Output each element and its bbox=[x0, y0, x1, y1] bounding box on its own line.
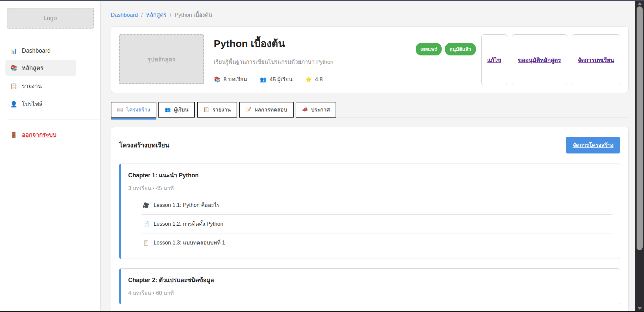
tab-students-label: ผู้เรียน bbox=[174, 105, 189, 114]
app-layout: Logo 📊 Dashboard 📚 หลักสูตร 📋 รายงาน 👤 โ… bbox=[0, 1, 644, 311]
logo-label: Logo bbox=[43, 15, 57, 22]
sidebar-item-label: Dashboard bbox=[22, 47, 51, 54]
course-image-placeholder: รูปหลักสูตร bbox=[119, 34, 204, 84]
manage-structure-button[interactable]: จัดการโครงสร้าง bbox=[566, 137, 620, 153]
breadcrumb-link-dashboard[interactable]: Dashboard bbox=[111, 12, 138, 18]
clipboard-icon: 📋 bbox=[203, 107, 209, 113]
books-icon: 📚 bbox=[10, 64, 17, 72]
status-badge-approved: อนุมัติแล้ว bbox=[445, 43, 476, 55]
tab-reports[interactable]: 📋 รายงาน bbox=[197, 102, 237, 118]
structure-heading: โครงสร้างบทเรียน bbox=[119, 140, 169, 150]
tab-test-results-label: ผลการทดสอบ bbox=[255, 105, 287, 114]
course-tab-bar: 📖 โครงสร้าง 👥 ผู้เรียน 📋 รายงาน 📝 ผลการท… bbox=[111, 102, 629, 118]
bar-chart-icon: 📊 bbox=[10, 47, 17, 54]
sidebar-divider bbox=[7, 120, 100, 120]
door-icon: 🚪 bbox=[10, 131, 17, 138]
clipboard-icon: 📋 bbox=[143, 240, 149, 246]
edit-course-link[interactable]: แก้ไข bbox=[487, 55, 501, 64]
breadcrumb-separator: / bbox=[170, 12, 171, 18]
lesson-title: Lesson 1.2: การติดตั้ง Python bbox=[154, 220, 224, 228]
tab-reports-label: รายงาน bbox=[212, 105, 231, 114]
course-info: Python เบื้องต้น เรียนรู้พื้นฐานการเขียน… bbox=[204, 34, 416, 84]
course-header-card: รูปหลักสูตร Python เบื้องต้น เรียนรู้พื้… bbox=[111, 27, 629, 93]
people-icon: 👥 bbox=[165, 107, 171, 113]
scrollbar-thumb[interactable] bbox=[637, 6, 643, 250]
breadcrumb-separator: / bbox=[141, 12, 143, 18]
memo-icon: 📝 bbox=[246, 107, 252, 113]
breadcrumb: Dashboard / หลักสูตร / Python เบื้องต้น bbox=[111, 10, 629, 19]
logout-label: ออกจากระบบ bbox=[22, 130, 56, 139]
movie-camera-icon: 🎥 bbox=[143, 202, 149, 208]
request-approval-button[interactable]: ขออนุมัติหลักสูตร bbox=[512, 34, 567, 85]
document-icon: 📄 bbox=[143, 221, 149, 227]
tab-structure-label: โครงสร้าง bbox=[126, 105, 150, 114]
edit-course-button[interactable]: แก้ไข bbox=[481, 34, 507, 85]
person-icon: 👤 bbox=[10, 101, 17, 108]
logo-placeholder: Logo bbox=[7, 8, 94, 29]
stat-rating: ⭐ 4.8 bbox=[305, 76, 323, 83]
open-book-icon: 📖 bbox=[117, 107, 123, 113]
stat-students-value: 45 ผู้เรียน bbox=[270, 75, 293, 84]
breadcrumb-current: Python เบื้องต้น bbox=[175, 10, 212, 19]
chapter-meta: 4 บทเรียน • 60 นาที bbox=[128, 289, 612, 297]
status-badge-published: เผยแพร่ bbox=[416, 43, 442, 55]
sidebar: Logo 📊 Dashboard 📚 หลักสูตร 📋 รายงาน 👤 โ… bbox=[0, 1, 101, 311]
scrollbar[interactable] bbox=[635, 1, 644, 311]
scrollbar-down-arrow-icon[interactable] bbox=[638, 307, 642, 310]
scrollbar-up-arrow-icon[interactable] bbox=[638, 2, 642, 5]
tab-structure[interactable]: 📖 โครงสร้าง bbox=[111, 102, 156, 118]
stat-rating-value: 4.8 bbox=[315, 76, 323, 83]
star-icon: ⭐ bbox=[305, 76, 312, 83]
sidebar-item-label: โปรไฟล์ bbox=[22, 99, 43, 109]
sidebar-item-reports[interactable]: 📋 รายงาน bbox=[5, 78, 76, 94]
course-title: Python เบื้องต้น bbox=[214, 36, 409, 51]
sidebar-nav: 📊 Dashboard 📚 หลักสูตร 📋 รายงาน 👤 โปรไฟล… bbox=[0, 44, 100, 112]
manage-lessons-button[interactable]: จัดการบทเรียน bbox=[572, 34, 621, 85]
request-approval-link[interactable]: ขออนุมัติหลักสูตร bbox=[518, 55, 561, 64]
sidebar-item-courses[interactable]: 📚 หลักสูตร bbox=[5, 60, 76, 76]
chapter-title: Chapter 2: ตัวแปรและชนิดข้อมูล bbox=[128, 275, 612, 285]
people-icon: 👥 bbox=[260, 76, 267, 83]
chapter-card-1: Chapter 1: แนะนำ Python 3 บทเรียน • 45 น… bbox=[119, 164, 620, 259]
status-badges: เผยแพร่ อนุมัติแล้ว bbox=[416, 43, 476, 55]
megaphone-icon: 📣 bbox=[302, 107, 308, 113]
structure-panel-header: โครงสร้างบทเรียน จัดการโครงสร้าง bbox=[119, 137, 620, 153]
stat-lessons-value: 8 บทเรียน bbox=[224, 75, 247, 84]
sidebar-item-label: รายงาน bbox=[22, 81, 42, 91]
tab-announcements[interactable]: 📣 ประกาศ bbox=[296, 102, 336, 118]
chapter-meta: 3 บทเรียน • 45 นาที bbox=[128, 184, 612, 192]
clipboard-icon: 📋 bbox=[10, 83, 17, 90]
tab-students[interactable]: 👥 ผู้เรียน bbox=[158, 102, 195, 118]
tab-test-results[interactable]: 📝 ผลการทดสอบ bbox=[239, 102, 294, 118]
course-image-label: รูปหลักสูตร bbox=[148, 55, 175, 64]
tab-announcements-label: ประกาศ bbox=[311, 105, 330, 114]
lesson-list: 🎥 Lesson 1.1: Python คืออะไร 📄 Lesson 1.… bbox=[142, 196, 612, 252]
chapter-card-2: Chapter 2: ตัวแปรและชนิดข้อมูล 4 บทเรียน… bbox=[119, 268, 620, 304]
lesson-title: Lesson 1.1: Python คืออะไร bbox=[154, 201, 220, 209]
lesson-title: Lesson 1.3: แบบทดสอบบทที่ 1 bbox=[154, 238, 225, 247]
sidebar-item-dashboard[interactable]: 📊 Dashboard bbox=[5, 44, 76, 58]
lesson-row-1-1[interactable]: 🎥 Lesson 1.1: Python คืออะไร bbox=[142, 196, 612, 214]
main-content: Dashboard / หลักสูตร / Python เบื้องต้น … bbox=[101, 1, 644, 311]
lesson-row-1-3[interactable]: 📋 Lesson 1.3: แบบทดสอบบทที่ 1 bbox=[142, 233, 612, 252]
course-actions: แก้ไข ขออนุมัติหลักสูตร จัดการบทเรียน bbox=[481, 34, 620, 85]
lesson-row-1-2[interactable]: 📄 Lesson 1.2: การติดตั้ง Python bbox=[142, 214, 612, 233]
course-stats: 📚 8 บทเรียน 👥 45 ผู้เรียน ⭐ 4.8 bbox=[214, 75, 409, 84]
manage-lessons-link[interactable]: จัดการบทเรียน bbox=[578, 55, 614, 64]
course-description: เรียนรู้พื้นฐานการเขียนโปรแกรมด้วยภาษา P… bbox=[214, 57, 409, 66]
books-icon: 📚 bbox=[214, 76, 220, 83]
structure-panel: โครงสร้างบทเรียน จัดการโครงสร้าง Chapter… bbox=[111, 127, 629, 311]
stat-lessons: 📚 8 บทเรียน bbox=[214, 75, 247, 84]
stat-students: 👥 45 ผู้เรียน bbox=[260, 75, 293, 84]
chapter-title: Chapter 1: แนะนำ Python bbox=[128, 171, 612, 180]
sidebar-item-profile[interactable]: 👤 โปรไฟล์ bbox=[5, 96, 76, 112]
logout-button[interactable]: 🚪 ออกจากระบบ bbox=[10, 130, 100, 139]
sidebar-item-label: หลักสูตร bbox=[22, 63, 43, 73]
breadcrumb-link-courses[interactable]: หลักสูตร bbox=[146, 10, 166, 19]
